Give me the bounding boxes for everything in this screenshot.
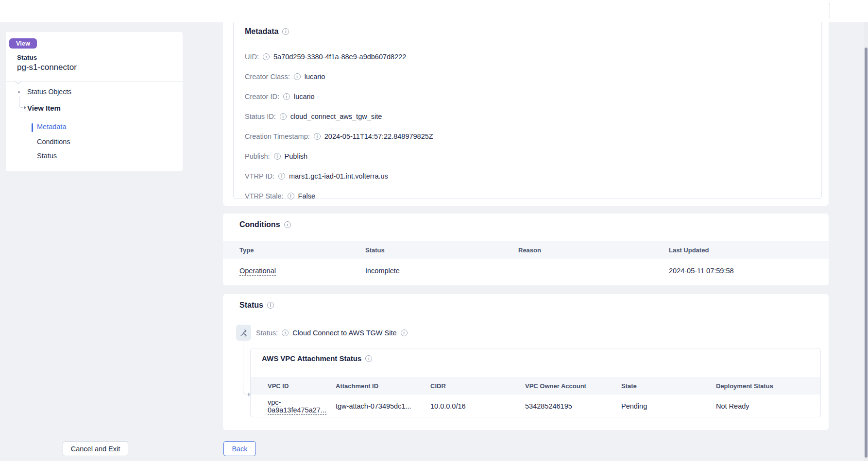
info-icon[interactable] [263, 53, 270, 60]
conditions-table-header: Type Status Reason Last Updated [223, 241, 829, 259]
field-value: cloud_connect_aws_tgw_site [290, 113, 382, 120]
sidebar-item-status[interactable]: Status [37, 152, 57, 160]
field-value: Publish [285, 152, 308, 160]
metadata-field-publish: Publish: Publish [245, 146, 433, 166]
info-icon[interactable] [267, 302, 274, 309]
object-kind-label: Status [17, 54, 37, 61]
condition-type-link[interactable]: Operational [239, 267, 276, 276]
field-label: Status ID: [245, 113, 276, 120]
condition-status-cell: Incomplete [365, 267, 518, 275]
info-icon[interactable] [274, 153, 281, 160]
sidebar-divider [6, 81, 183, 82]
vpc-card-title: AWS VPC Attachment Status [262, 354, 372, 362]
column-header-reason: Reason [518, 247, 669, 254]
field-label: Creator ID: [245, 93, 279, 100]
tree-elbow-connector [243, 341, 249, 395]
vertical-scrollbar-thumb[interactable] [865, 48, 868, 458]
status-title-text: Status [239, 301, 263, 310]
cidr-cell: 10.0.0.0/16 [430, 402, 525, 410]
vpc-id-link[interactable]: vpc-0a9a13fe475a27... [268, 398, 326, 415]
status-field-label: Status: [256, 329, 278, 337]
info-icon[interactable] [283, 93, 290, 100]
attachment-id-cell: tgw-attach-073495dc1... [336, 402, 430, 410]
info-icon[interactable] [401, 329, 408, 336]
metadata-title-text: Metadata [245, 27, 278, 36]
metadata-field-creator-id: Creator ID: lucario [245, 86, 433, 106]
field-label: UID: [245, 53, 259, 61]
sidebar: View Status pg-s1-connector Status Objec… [6, 32, 183, 171]
tree-connector-line [19, 96, 23, 108]
info-icon[interactable] [314, 133, 321, 140]
column-header-type: Type [223, 247, 365, 254]
tree-bullet-icon [18, 91, 20, 93]
status-field-value: Cloud Connect to AWS TGW Site [292, 329, 396, 337]
status-section: Status Status: Cloud Connect to AWS TGW … [223, 294, 829, 430]
column-header-vpc-id: VPC ID [251, 382, 336, 390]
field-label: Creator Class: [245, 73, 290, 81]
metadata-card: Metadata UID: 5a70d259-3380-4f1a-88e9-a9… [233, 22, 822, 199]
info-icon[interactable] [294, 73, 301, 80]
field-label: VTRP ID: [245, 172, 274, 180]
vpc-table-header: VPC ID Attachment ID CIDR VPC Owner Acco… [251, 377, 820, 395]
info-icon[interactable] [278, 173, 285, 180]
state-cell: Pending [621, 402, 716, 410]
field-value: False [298, 192, 315, 200]
info-icon[interactable] [282, 329, 289, 336]
metadata-section: Metadata UID: 5a70d259-3380-4f1a-88e9-a9… [223, 0, 829, 206]
field-label: Creation Timestamp: [245, 132, 310, 140]
field-label: VTRP Stale: [245, 192, 284, 200]
metadata-field-creator-class: Creator Class: lucario [245, 66, 433, 86]
info-icon[interactable] [284, 221, 291, 228]
column-header-deployment-status: Deployment Status [716, 382, 820, 390]
tree-item-view-item[interactable]: View Item [27, 104, 61, 112]
aws-vpc-attachment-card: AWS VPC Attachment Status VPC ID Attachm… [250, 348, 821, 417]
collapse-chevron-icon[interactable] [15, 78, 21, 84]
info-icon[interactable] [282, 28, 289, 35]
branch-split-icon[interactable] [236, 325, 251, 341]
tree-item-status-objects[interactable]: Status Objects [27, 88, 71, 96]
tree-expand-arrow-icon [24, 106, 26, 110]
metadata-field-vtrp-stale: VTRP Stale: False [245, 186, 433, 206]
metadata-card-title: Metadata [245, 27, 289, 36]
active-item-indicator [32, 123, 33, 132]
metadata-field-creation-timestamp: Creation Timestamp: 2024-05-11T14:57:22.… [245, 126, 433, 146]
metadata-field-status-id: Status ID: cloud_connect_aws_tgw_site [245, 106, 433, 126]
conditions-section: Conditions Type Status Reason Last Updat… [223, 214, 829, 285]
condition-last-updated-cell: 2024-05-11 07:59:58 [669, 267, 829, 275]
column-header-cidr: CIDR [430, 382, 525, 390]
column-header-status: Status [365, 247, 518, 254]
vpc-title-text: AWS VPC Attachment Status [262, 354, 361, 362]
conditions-title-text: Conditions [239, 220, 280, 229]
deployment-status-cell: Not Ready [716, 402, 820, 410]
field-value: lucario [294, 93, 315, 100]
field-label: Publish: [245, 152, 270, 160]
vpc-table-row: vpc-0a9a13fe475a27... tgw-attach-073495d… [251, 395, 820, 417]
status-summary-row: Status: Cloud Connect to AWS TGW Site [256, 329, 408, 337]
conditions-table-row: Operational Incomplete 2024-05-11 07:59:… [223, 259, 829, 282]
sidebar-item-metadata[interactable]: Metadata [37, 123, 66, 131]
info-icon[interactable] [365, 355, 372, 362]
field-value: mars1.gc1-iad-01.int.volterra.us [289, 172, 388, 180]
metadata-field-list: UID: 5a70d259-3380-4f1a-88e9-a9db607d822… [245, 47, 433, 206]
sidebar-item-conditions[interactable]: Conditions [37, 138, 70, 146]
column-header-attachment-id: Attachment ID [336, 382, 430, 390]
cancel-and-exit-button[interactable]: Cancel and Exit [63, 441, 128, 456]
conditions-card-title: Conditions [239, 220, 291, 229]
metadata-field-vtrp-id: VTRP ID: mars1.gc1-iad-01.int.volterra.u… [245, 166, 433, 186]
field-value: 2024-05-11T14:57:22.848979825Z [324, 132, 433, 140]
back-button[interactable]: Back [223, 441, 256, 456]
view-mode-badge: View [9, 38, 37, 49]
info-icon[interactable] [280, 113, 287, 120]
field-value: lucario [305, 73, 325, 81]
status-card-title: Status [239, 301, 274, 310]
column-header-last-updated: Last Updated [669, 247, 829, 254]
column-header-vpc-owner-account: VPC Owner Account [525, 382, 621, 390]
column-header-state: State [621, 382, 716, 390]
vpc-owner-account-cell: 534285246195 [525, 402, 621, 410]
object-name-label: pg-s1-connector [17, 63, 77, 72]
field-value: 5a70d259-3380-4f1a-88e9-a9db607d8222 [273, 53, 406, 61]
info-icon[interactable] [288, 193, 294, 199]
metadata-field-uid: UID: 5a70d259-3380-4f1a-88e9-a9db607d822… [245, 47, 433, 66]
